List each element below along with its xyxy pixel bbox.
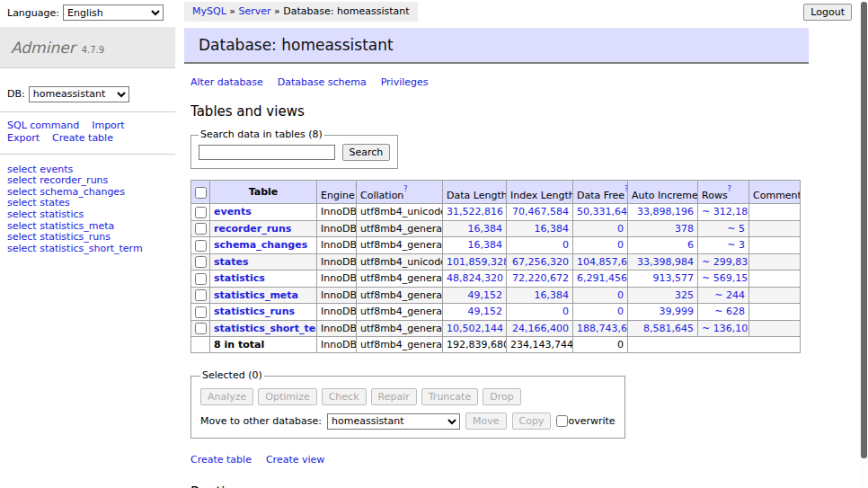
rows-value[interactable]: ~ 244	[714, 289, 745, 301]
language-select[interactable]: English	[63, 4, 164, 21]
app-name[interactable]: Adminer	[11, 39, 75, 57]
sidebar-select-recorder_runs[interactable]: select recorder_runs	[7, 175, 168, 187]
truncate-button[interactable]: Truncate	[421, 388, 478, 405]
data-length-value[interactable]: 16,384	[468, 223, 503, 235]
data-length-value[interactable]: 16,384	[468, 239, 503, 251]
rows-value[interactable]: ~ 136,108	[702, 323, 749, 334]
auto-increment-value[interactable]: 378	[675, 223, 694, 235]
index-length-value[interactable]: 24,166,400	[512, 323, 569, 334]
breadcrumb-link[interactable]: Server	[239, 5, 271, 17]
index-length-value[interactable]: 16,384	[535, 289, 570, 301]
row-checkbox[interactable]	[195, 289, 207, 301]
help-link[interactable]: ?	[728, 184, 731, 192]
auto-increment-cell: 8,581,645	[628, 320, 698, 337]
data-length-value[interactable]: 10,502,144	[447, 323, 503, 334]
optimize-button[interactable]: Optimize	[258, 388, 316, 405]
index-length-value[interactable]: 72,220,672	[512, 272, 569, 284]
link-privileges[interactable]: Privileges	[381, 76, 429, 88]
data-free-value[interactable]: 50,331,648	[577, 206, 628, 217]
overwrite-checkbox[interactable]	[556, 415, 568, 427]
link-alter-database[interactable]: Alter database	[190, 76, 263, 88]
row-checkbox[interactable]	[195, 223, 207, 235]
table-link[interactable]: statistics_short_term	[214, 323, 317, 334]
rows-value[interactable]: ~ 628	[714, 306, 745, 317]
data-length-value[interactable]: 48,824,320	[447, 272, 503, 284]
auto-increment-value[interactable]: 6	[687, 239, 694, 251]
index-length-value[interactable]: 0	[562, 239, 569, 251]
auto-increment-value[interactable]: 33,898,196	[637, 206, 694, 217]
sidebar-link-export[interactable]: Export	[7, 132, 40, 144]
data-free-value[interactable]: 0	[617, 239, 624, 251]
total-index-length-cell: 234,143,744	[507, 337, 573, 353]
index-length-value[interactable]: 67,256,320	[512, 256, 569, 268]
table-link[interactable]: statistics	[214, 272, 265, 284]
db-select[interactable]: homeassistant	[29, 86, 129, 102]
data-length-value[interactable]: 31,522,816	[447, 206, 503, 217]
sidebar-link-create-table[interactable]: Create table	[52, 132, 113, 144]
move-button[interactable]: Move	[465, 413, 507, 430]
table-link[interactable]: states	[214, 256, 249, 268]
data-free-value[interactable]: 0	[617, 306, 624, 317]
auto-increment-value[interactable]: 325	[675, 289, 694, 301]
repair-button[interactable]: Repair	[371, 388, 417, 405]
index-length-value[interactable]: 70,467,584	[512, 206, 569, 217]
rows-value[interactable]: ~ 5	[727, 223, 745, 235]
data-length-value[interactable]: 101,859,328	[447, 256, 507, 268]
auto-increment-value[interactable]: 39,999	[660, 306, 695, 317]
row-checkbox[interactable]	[195, 323, 207, 334]
breadcrumb-link[interactable]: MySQL	[192, 5, 226, 17]
row-checkbox[interactable]	[195, 207, 207, 218]
vertical-scrollbar[interactable]	[860, 0, 868, 488]
help-link[interactable]: ?	[624, 184, 627, 192]
sidebar-select-statistics_runs[interactable]: select statistics_runs	[7, 232, 168, 244]
row-checkbox[interactable]	[195, 273, 207, 285]
index-length-cell: 16,384	[507, 287, 573, 304]
sidebar-link-sql-command[interactable]: SQL command	[7, 120, 79, 131]
data-free-value[interactable]: 104,857,600	[577, 256, 628, 268]
link-create-view[interactable]: Create view	[266, 454, 324, 466]
header-index-length: Index Length?	[507, 181, 573, 204]
rows-value[interactable]: ~ 3	[727, 239, 745, 251]
check-button[interactable]: Check	[322, 388, 367, 405]
table-link[interactable]: statistics_runs	[214, 306, 295, 317]
data-free-value[interactable]: 6,291,456	[577, 272, 627, 284]
select-all-checkbox[interactable]	[195, 187, 207, 199]
search-input[interactable]	[199, 145, 335, 160]
sidebar-link-import[interactable]: Import	[92, 120, 125, 131]
drop-button[interactable]: Drop	[483, 388, 520, 405]
data-length-value[interactable]: 49,152	[468, 289, 503, 301]
select-all-cell	[191, 181, 210, 204]
row-checkbox[interactable]	[195, 256, 207, 268]
analyze-button[interactable]: Analyze	[200, 388, 253, 405]
create-links: Create tableCreate view	[190, 454, 854, 466]
sidebar-select-statistics[interactable]: select statistics	[7, 209, 168, 221]
rows-value[interactable]: ~ 569,159	[702, 272, 749, 284]
data-length-value[interactable]: 49,152	[468, 306, 503, 317]
table-link[interactable]: statistics_meta	[214, 289, 298, 301]
sidebar-select-statistics_short_term[interactable]: select statistics_short_term	[7, 244, 168, 255]
auto-increment-value[interactable]: 33,398,984	[637, 256, 694, 268]
copy-button[interactable]: Copy	[512, 413, 552, 430]
search-button[interactable]: Search	[342, 144, 391, 161]
auto-increment-value[interactable]: 8,581,645	[643, 323, 694, 334]
data-free-value[interactable]: 188,743,680	[577, 323, 628, 334]
link-create-table[interactable]: Create table	[190, 454, 252, 466]
move-row: Move to other database: homeassistant Mo…	[200, 413, 616, 430]
row-checkbox[interactable]	[195, 306, 207, 318]
index-length-value[interactable]: 16,384	[535, 223, 570, 235]
data-free-value[interactable]: 0	[617, 223, 624, 235]
row-checkbox[interactable]	[195, 240, 207, 252]
rows-value[interactable]: ~ 299,833	[702, 256, 749, 268]
rows-value[interactable]: ~ 312,180	[702, 206, 749, 217]
auto-increment-value[interactable]: 913,577	[653, 272, 695, 284]
help-link[interactable]: ?	[403, 184, 407, 192]
comment-cell	[749, 253, 801, 271]
move-database-select[interactable]: homeassistant	[327, 413, 460, 430]
table-link[interactable]: events	[214, 206, 252, 217]
scrollbar-thumb[interactable]	[861, 2, 867, 458]
link-database-schema[interactable]: Database schema	[278, 76, 367, 88]
index-length-value[interactable]: 0	[562, 306, 569, 317]
data-free-value[interactable]: 0	[617, 289, 624, 301]
table-link[interactable]: schema_changes	[214, 239, 307, 251]
table-link[interactable]: recorder_runs	[214, 223, 291, 235]
